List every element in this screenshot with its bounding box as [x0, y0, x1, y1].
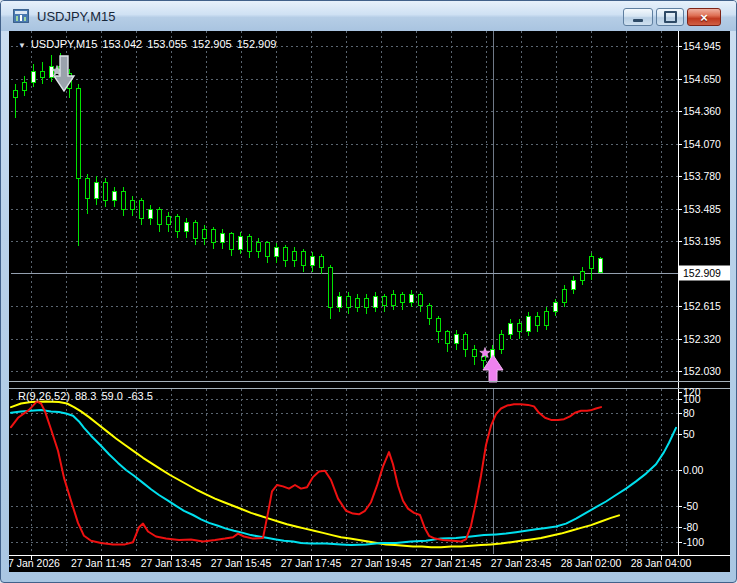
candle-body	[194, 223, 198, 239]
indicator-value-red: 88.3	[75, 390, 96, 402]
candle-body	[356, 299, 360, 308]
indicator-axis-label: 50	[683, 428, 695, 440]
candle-body	[464, 334, 468, 350]
candle-body	[410, 294, 414, 303]
price-axis-label: 154.945	[683, 40, 721, 52]
candle-body	[338, 296, 342, 307]
candle-body	[257, 243, 261, 252]
candle-body	[86, 178, 90, 198]
minimize-icon	[633, 19, 643, 22]
indicator-axis-label: -100	[683, 536, 704, 548]
candle-body	[131, 200, 135, 209]
current-price-label: 152.909	[683, 267, 721, 279]
candle-body	[392, 294, 396, 305]
candle-body	[122, 191, 126, 209]
candle-body	[95, 183, 99, 199]
ohlc-open: 153.042	[102, 38, 142, 50]
candle-body	[509, 323, 513, 334]
candle-body	[77, 89, 81, 178]
symbol-label: USDJPY,M15	[31, 38, 97, 50]
window-title: USDJPY,M15	[37, 9, 116, 24]
close-icon: ×	[700, 11, 708, 24]
indicator-value-cyan: 59.0	[101, 390, 122, 402]
candle-body	[590, 256, 594, 268]
time-axis-label: 28 Jan 04:00	[631, 557, 692, 569]
candle-body	[32, 71, 36, 82]
ohlc-high: 153.055	[147, 38, 187, 50]
indicator-name: R(9,26,52)	[18, 390, 70, 402]
candle-body	[311, 256, 315, 265]
candle-body	[572, 281, 576, 290]
close-button[interactable]: ×	[687, 8, 721, 26]
candle-body	[347, 296, 351, 307]
candle-body	[275, 247, 279, 256]
candle-body	[545, 312, 549, 325]
time-axis-label: 27 Jan 2026	[9, 557, 60, 569]
indicator-value-yellow: -63.5	[128, 390, 153, 402]
price-axis-label: 152.615	[683, 300, 721, 312]
candle-body	[113, 191, 117, 200]
candle-body	[140, 200, 144, 218]
indicator-header[interactable]: R(9,26,52)88.359.0-63.5	[18, 390, 158, 402]
time-axis-label: 27 Jan 13:45	[141, 557, 202, 569]
restore-button[interactable]	[656, 8, 684, 26]
candle-body	[284, 247, 288, 260]
time-axis-label: 27 Jan 15:45	[211, 557, 272, 569]
ohlc-close: 152.909	[237, 38, 277, 50]
restore-icon	[664, 11, 677, 23]
candle-body	[221, 234, 225, 243]
chart-window-icon	[13, 9, 29, 23]
candle-body	[266, 243, 270, 256]
candle-body	[446, 332, 450, 343]
candle-body	[104, 183, 108, 201]
indicator-axis-label: -50	[683, 500, 698, 512]
mt4-chart-window: USDJPY,M15 × 154.945154.650154.360154.07…	[0, 0, 737, 583]
candle-body	[455, 334, 459, 343]
candle-body	[176, 216, 180, 232]
candle-body	[185, 223, 189, 232]
candle-body	[50, 67, 54, 78]
candle-body	[167, 216, 171, 225]
indicator-axis-label: 100	[683, 393, 701, 405]
chevron-down-icon: ▼	[18, 41, 26, 50]
window-controls: ×	[620, 8, 721, 26]
indicator-axis-label: 0.00	[683, 464, 704, 476]
price-axis-label: 153.195	[683, 235, 721, 247]
candle-body	[212, 229, 216, 242]
indicator-axis-label: -80	[683, 521, 698, 533]
candle-body	[401, 294, 405, 303]
candle-body	[41, 71, 45, 78]
price-axis-label: 153.780	[683, 170, 721, 182]
time-axis-label: 27 Jan 17:45	[281, 557, 342, 569]
time-axis-label: 27 Jan 11:45	[71, 557, 131, 569]
chart-svg[interactable]: 154.945154.650154.360154.070153.780153.4…	[9, 31, 730, 572]
candle-body	[320, 256, 324, 267]
candle-body	[293, 252, 297, 261]
price-axis-label: 153.485	[683, 203, 721, 215]
time-axis[interactable]: 27 Jan 202627 Jan 11:4527 Jan 13:4527 Ja…	[9, 556, 692, 570]
candle-body	[23, 82, 27, 90]
candle-body	[563, 290, 567, 303]
time-axis-label: 27 Jan 23:45	[491, 557, 552, 569]
candle-body	[248, 236, 252, 252]
candle-body	[329, 267, 333, 307]
candle-body	[158, 209, 162, 225]
ohlc-low: 152.905	[192, 38, 232, 50]
candle-body	[383, 296, 387, 305]
time-axis-label: 27 Jan 21:45	[421, 557, 482, 569]
price-axis-label: 154.070	[683, 138, 721, 150]
candle-body	[230, 234, 234, 250]
chart-ohlc-header[interactable]: ▼USDJPY,M15153.042153.055152.905152.909	[18, 38, 281, 50]
candle-body	[149, 209, 153, 218]
candle-body	[473, 350, 477, 357]
candle-body	[239, 236, 243, 249]
candle-body	[500, 334, 504, 350]
candle-body	[203, 229, 207, 238]
candle-body	[518, 323, 522, 332]
minimize-button[interactable]	[623, 8, 653, 26]
time-axis-label: 28 Jan 02:00	[561, 557, 622, 569]
titlebar[interactable]: USDJPY,M15 ×	[1, 1, 736, 31]
price-axis-label: 154.650	[683, 73, 721, 85]
chart-content: 154.945154.650154.360154.070153.780153.4…	[9, 31, 730, 572]
candle-body	[14, 90, 18, 98]
